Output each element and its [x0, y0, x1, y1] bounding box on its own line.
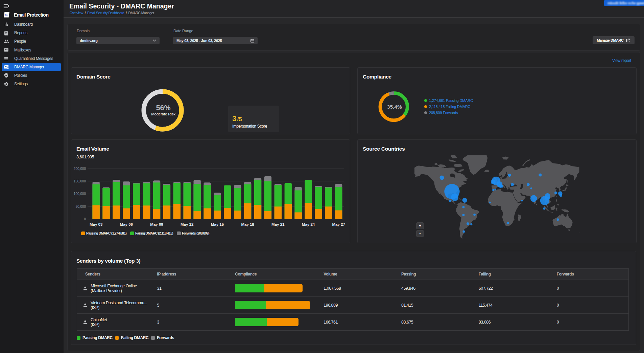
svg-text:Moderate Risk: Moderate Risk	[151, 112, 175, 116]
svg-text:May 24: May 24	[302, 222, 315, 226]
svg-text:0: 0	[84, 217, 86, 221]
svg-text:May 03: May 03	[90, 222, 102, 226]
svg-text:May 27: May 27	[332, 222, 345, 226]
svg-text:May 09: May 09	[150, 222, 163, 226]
svg-text:50,000: 50,000	[75, 205, 86, 208]
svg-text:May 18: May 18	[241, 222, 254, 226]
svg-text:Em: Em	[4, 14, 7, 16]
svg-text:May 15: May 15	[211, 222, 224, 226]
svg-text:56%: 56%	[156, 104, 170, 112]
svg-text:May 21: May 21	[271, 222, 285, 226]
svg-text:35.4%: 35.4%	[387, 104, 402, 110]
svg-text:May 06: May 06	[120, 222, 133, 226]
svg-text:200,000: 200,000	[74, 167, 86, 171]
svg-text:100,000: 100,000	[74, 192, 86, 196]
svg-text:150,000: 150,000	[74, 179, 86, 183]
svg-text:May 12: May 12	[181, 222, 193, 226]
